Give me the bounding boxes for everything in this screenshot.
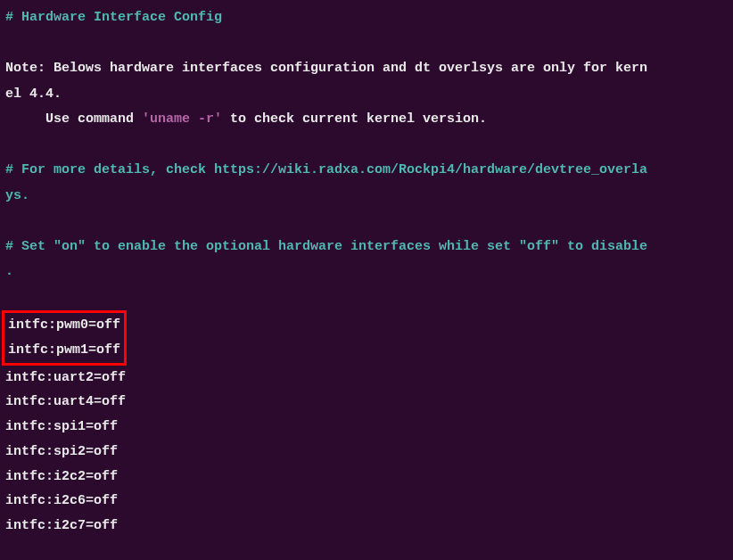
- comment-details-b: ys.: [5, 184, 728, 210]
- intfc-pwm1: intfc:pwm1=off: [8, 338, 120, 363]
- comment-set-b: .: [5, 259, 728, 285]
- highlight-box: intfc:pwm0=off intfc:pwm1=off: [5, 310, 728, 366]
- blank-line: [5, 133, 728, 159]
- note-text-prefix: Use command: [5, 111, 142, 127]
- intfc-uart4: intfc:uart4=off: [5, 390, 728, 415]
- comment-set-a: # Set "on" to enable the optional hardwa…: [5, 235, 728, 260]
- intfc-i2c7: intfc:i2c7=off: [5, 514, 728, 539]
- intfc-uart2: intfc:uart2=off: [5, 366, 728, 391]
- intfc-spi1: intfc:spi1=off: [5, 415, 728, 440]
- blank-line: [5, 209, 728, 235]
- comment-details-a: # For more details, check https://wiki.r…: [5, 158, 728, 184]
- note-line-1b: el 4.4.: [5, 82, 728, 108]
- intfc-i2c6: intfc:i2c6=off: [5, 489, 728, 514]
- note-text-suffix: to check current kernel version.: [222, 111, 487, 127]
- intfc-i2c2: intfc:i2c2=off: [5, 465, 728, 490]
- string-uname: 'uname -r': [142, 111, 222, 127]
- blank-line: [5, 31, 728, 57]
- intfc-pwm0: intfc:pwm0=off: [8, 313, 120, 338]
- comment-header: # Hardware Interface Config: [5, 5, 728, 31]
- config-file-view: # Hardware Interface Config Note: Belows…: [5, 5, 728, 539]
- intfc-spi2: intfc:spi2=off: [5, 440, 728, 465]
- note-line-1a: Note: Belows hardware interfaces configu…: [5, 56, 728, 82]
- blank-line: [5, 285, 728, 311]
- note-line-2: Use command 'uname -r' to check current …: [5, 107, 728, 133]
